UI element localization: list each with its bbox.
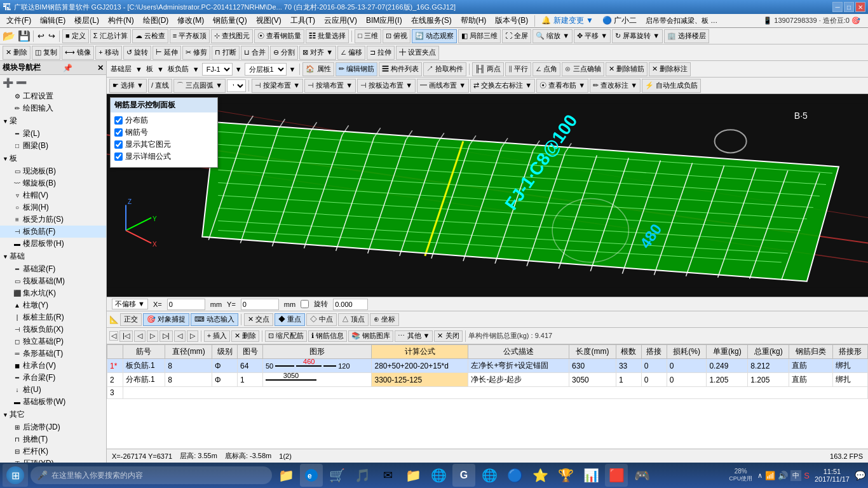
close-button[interactable]: ✕ — [855, 2, 865, 12]
intersection-snap-button[interactable]: ✕ 交点 — [244, 313, 273, 326]
extend-button[interactable]: ⊢ 延伸 — [153, 46, 181, 60]
tray-volume[interactable]: 🔊 — [778, 471, 788, 480]
menu-draw[interactable]: 绘图(D) — [139, 14, 173, 27]
nav-next2-button[interactable]: ▷ — [187, 330, 198, 342]
nav-prev-button[interactable]: ◁ — [134, 330, 146, 342]
menu-quantity[interactable]: 钢筋量(Q) — [209, 14, 250, 27]
sidebar-item-column-cap[interactable]: ▿ 柱帽(V) — [0, 189, 106, 201]
top-view-button[interactable]: ⊡ 俯视 — [383, 29, 410, 43]
sidebar-item-sump[interactable]: ⬛ 集水坑(K) — [0, 287, 106, 299]
tray-network[interactable]: 📶 — [765, 471, 775, 480]
edit-rebar-button[interactable]: ✏ 编辑钢筋 — [336, 62, 377, 76]
taskbar-app-ie[interactable]: 🌐 — [427, 464, 450, 487]
taskbar-app-explorer[interactable]: 📁 — [402, 464, 424, 487]
rebar-info-button[interactable]: ℹ 钢筋信息 — [308, 330, 347, 342]
scale-rebar-button[interactable]: ⊡ 缩尺配筋 — [265, 330, 307, 342]
taskbar-app-red[interactable]: 🟥 — [605, 464, 628, 487]
clock[interactable]: 11:51 2017/11/17 — [815, 468, 850, 483]
table-row[interactable]: 3 — [107, 387, 868, 399]
midpoint-snap-button[interactable]: ◆ 重点 — [275, 313, 305, 326]
view-rebar-button[interactable]: ☉ 查看钢筋量 — [254, 29, 304, 43]
by-wall-button[interactable]: ⊣ 按墙布置 ▼ — [304, 79, 356, 93]
x-input[interactable] — [167, 299, 205, 310]
viewport[interactable]: 钢筋显示控制面板 分布筋 钢筋号 显示其它图元 显示详细公式 — [107, 94, 868, 297]
by-beam-button[interactable]: ⊣ 按梁布置 ▼ — [252, 79, 303, 93]
close-table-button[interactable]: ✕ 关闭 — [434, 330, 462, 342]
add-icon[interactable]: ➕ — [3, 78, 13, 88]
copy-button[interactable]: ◫ 复制 — [32, 46, 60, 60]
break-button[interactable]: ⊓ 打断 — [212, 46, 240, 60]
mirror-button[interactable]: ⟷ 镜像 — [62, 46, 94, 60]
maximize-button[interactable]: □ — [844, 2, 854, 12]
center-snap-button[interactable]: ◇ 中点 — [306, 313, 337, 326]
sidebar-item-post-cast[interactable]: ⊞ 后浇带(JD) — [0, 421, 106, 433]
sidebar-item-foundation-beam[interactable]: ━ 基础梁(F) — [0, 263, 106, 275]
menu-edit[interactable]: 编辑(E) — [36, 14, 69, 27]
nav-first-button[interactable]: |◁ — [119, 330, 133, 342]
properties-button[interactable]: 🏠 属性 — [302, 62, 334, 76]
check-annotation-button[interactable]: ✏ 查改标注 ▼ — [590, 79, 641, 93]
component-list-button[interactable]: ☰ 构件列表 — [379, 62, 422, 76]
align-button[interactable]: ⊠ 对齐 ▼ — [299, 46, 336, 60]
arc-button[interactable]: ⌒ 三点圆弧 ▼ — [173, 79, 226, 93]
checkbox-distribution-rebar[interactable]: 分布筋 — [114, 115, 214, 126]
menu-houliao[interactable]: 启吊带会扣减梁、板 … — [642, 15, 721, 27]
view-layout-button[interactable]: ☉ 查看布筋 ▼ — [536, 79, 588, 93]
merge-button[interactable]: ⊔ 合并 — [241, 46, 269, 60]
sidebar-item-pile-cap[interactable]: ◼ 柱承台(V) — [0, 360, 106, 372]
vertex-snap-button[interactable]: △ 顶点 — [338, 313, 369, 326]
menu-new-change[interactable]: 🔔 新建变更 ▼ — [538, 14, 597, 27]
menu-view[interactable]: 视图(V) — [252, 14, 285, 27]
align-slab-button[interactable]: ≡ 平齐板顶 — [170, 29, 210, 43]
menu-floor[interactable]: 楼层(L) — [71, 14, 103, 27]
delete-button[interactable]: ✕ 删除 — [3, 46, 31, 60]
menu-file[interactable]: 文件(F) — [3, 14, 35, 27]
minus-icon[interactable]: ➖ — [16, 78, 27, 88]
move-button[interactable]: + 移动 — [95, 46, 121, 60]
find-element-button[interactable]: ⊹ 查找图元 — [211, 29, 253, 43]
notification-icon[interactable]: 💬 — [855, 470, 865, 480]
parallel-button[interactable]: ∥ 平行 — [505, 62, 531, 76]
taskbar-app-game[interactable]: 🎮 — [630, 464, 653, 487]
taskbar-app-trophy[interactable]: 🏆 — [554, 464, 577, 487]
batch-select-button[interactable]: ☷ 批量选择 — [306, 29, 349, 43]
taskbar-app-blue[interactable]: 🔵 — [503, 464, 526, 487]
checkbox-show-other-elements[interactable]: 显示其它图元 — [114, 139, 214, 150]
table-row[interactable]: 2 分布筋.1 8 Φ 1 3050 — [107, 373, 868, 387]
sidebar-group-foundation[interactable]: ▼ 基础 — [0, 250, 106, 263]
sidebar-item-foundation-band[interactable]: ▬ 基础板带(W) — [0, 396, 106, 408]
taskbar-app-file[interactable]: 📁 — [275, 464, 297, 487]
sidebar-group-others[interactable]: ▼ 其它 — [0, 408, 106, 421]
trim-button[interactable]: ✂ 修剪 — [182, 46, 210, 60]
tray-expand[interactable]: ∧ — [757, 471, 763, 480]
screen-rotate-button[interactable]: ↻ 屏幕旋转 ▼ — [612, 29, 663, 43]
sidebar-item-pile[interactable]: ↓ 桩(U) — [0, 384, 106, 396]
sidebar-close-icon[interactable]: ✕ — [97, 64, 104, 72]
draw-line-layout-button[interactable]: ━ 画线布置 ▼ — [417, 79, 469, 93]
point-angle-button[interactable]: ∠ 点角 — [532, 62, 560, 76]
three-point-axis-button[interactable]: ⊙ 三点确轴 — [562, 62, 604, 76]
select-floor-button[interactable]: 🏢 选择楼层 — [664, 29, 709, 43]
sidebar-item-ring-beam[interactable]: □ 圈梁(B) — [0, 140, 106, 152]
sidebar-item-slab-hole[interactable]: ○ 板洞(H) — [0, 201, 106, 214]
swap-annotation-button[interactable]: ⇄ 交换左右标注 ▼ — [470, 79, 535, 93]
menu-element[interactable]: 构件(N) — [104, 14, 138, 27]
delete-rebar-button[interactable]: ✕ 删除辅筋 — [606, 62, 648, 76]
grip-button[interactable]: ╋ 设置夹点 — [396, 46, 439, 60]
sidebar-group-slab[interactable]: ▼ 板 — [0, 152, 106, 165]
offset-button[interactable]: ∠ 偏移 — [337, 46, 365, 60]
taskbar-app-star[interactable]: ⭐ — [529, 464, 552, 487]
sum-calc-button[interactable]: Σ 汇总计算 — [90, 29, 131, 43]
sidebar-item-top-cap[interactable]: ⊤ 压顶(YD) — [0, 458, 106, 463]
sidebar-item-slab-neg-rebar[interactable]: ⊣ 板负筋(F) — [0, 226, 106, 238]
taskbar-app-mail[interactable]: ✉ — [376, 464, 399, 487]
auto-neg-rebar-button[interactable]: ⚡ 自动生成负筋 — [642, 79, 701, 93]
taskbar-app-store[interactable]: 🛒 — [325, 464, 348, 487]
rebar-library-button[interactable]: 📚 钢筋图库 — [348, 330, 393, 342]
orbit-button[interactable]: 🔄 动态观察 — [412, 29, 457, 43]
sidebar-item-cornice[interactable]: ⊓ 挑檐(T) — [0, 433, 106, 445]
nav-prev2-button[interactable]: ◁ — [174, 330, 186, 342]
sidebar-item-pile-main-rebar[interactable]: | 板桩主筋(R) — [0, 311, 106, 323]
element-id-select[interactable]: FJ-1 — [202, 63, 233, 76]
table-delete-button[interactable]: ✕ 删除 — [231, 330, 259, 342]
